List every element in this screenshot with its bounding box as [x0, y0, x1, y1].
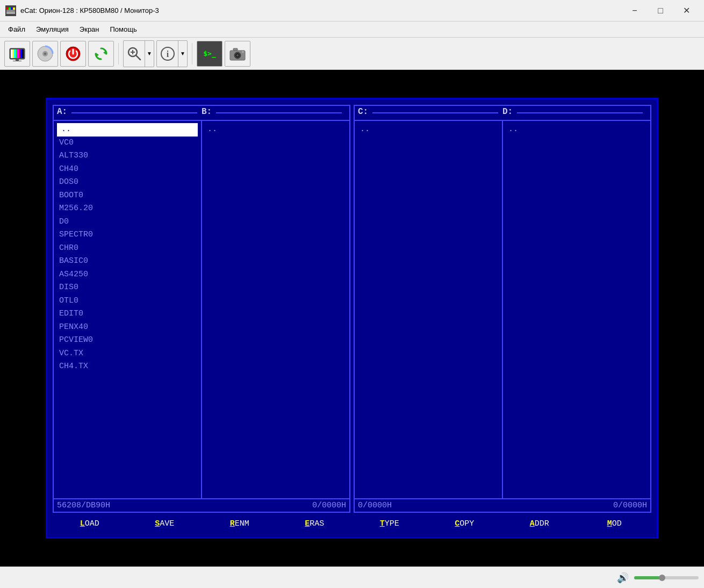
cmd-load[interactable]: LOAD [53, 516, 127, 532]
cmd-eras[interactable]: ERAS [278, 516, 352, 532]
menu-help[interactable]: Помощь [105, 23, 142, 35]
svg-rect-18 [13, 61, 21, 61]
svg-rect-16 [22, 49, 24, 58]
file-item[interactable]: VC.TX [57, 347, 198, 361]
file-item[interactable]: VC0 [57, 137, 198, 150]
file-item[interactable]: ALT330 [57, 149, 198, 163]
volume-slider[interactable] [634, 576, 699, 579]
file-item[interactable]: BOOT0 [57, 189, 198, 203]
cmd-addr[interactable]: ADDR [502, 516, 577, 532]
file-item[interactable]: CHR0 [57, 242, 198, 255]
file-item[interactable]: OTL0 [57, 295, 198, 308]
file-item[interactable]: SPECTR0 [57, 228, 198, 242]
close-button[interactable]: ✕ [674, 2, 699, 19]
file-item[interactable]: PCVIEW0 [57, 334, 198, 347]
svg-rect-3 [11, 8, 13, 10]
file-item[interactable]: AS4250 [57, 268, 198, 282]
svg-rect-9 [11, 49, 12, 58]
svg-rect-36 [233, 48, 238, 51]
cmd-save[interactable]: SAVE [128, 516, 202, 532]
svg-rect-14 [19, 49, 20, 58]
cmd-type[interactable]: TYPE [353, 516, 427, 532]
menu-screen[interactable]: Экран [74, 23, 105, 35]
camera-button[interactable] [225, 41, 250, 67]
panel-b: .. [202, 121, 349, 498]
svg-rect-1 [6, 8, 9, 10]
window-title: eCat: Орион-128 : КР580ВМ80 / Монитор-3 [20, 6, 622, 15]
file-item[interactable]: CH40 [57, 163, 198, 176]
panel-a-label: A: [57, 107, 67, 119]
svg-rect-2 [9, 8, 11, 10]
file-item[interactable]: EDIT0 [57, 307, 198, 321]
cmd-copy[interactable]: COPY [428, 516, 502, 532]
toolbar-separator-2 [192, 43, 192, 64]
zoom-arrow-button[interactable]: ▼ [145, 41, 154, 67]
volume-track [634, 576, 699, 579]
title-bar: eCat: Орион-128 : КР580ВМ80 / Монитор-3 … [0, 0, 704, 21]
panel-c: .. [355, 121, 503, 498]
svg-rect-15 [20, 49, 22, 58]
svg-rect-10 [12, 49, 14, 58]
panel-a-filelist: .. VC0 ALT330 CH40 DOS0 BOOT0 M256.20 D0… [57, 123, 198, 496]
svg-rect-13 [17, 49, 19, 58]
file-item[interactable]: D0 [57, 216, 198, 229]
power-button[interactable] [60, 41, 86, 67]
svg-rect-37 [242, 51, 244, 53]
toolbar-separator-1 [118, 43, 119, 64]
file-item[interactable]: .. [358, 123, 499, 137]
svg-line-27 [136, 55, 140, 60]
minimize-button[interactable]: − [622, 2, 647, 19]
svg-marker-25 [96, 53, 99, 57]
toolbar: ▼ i ▼ $>_ [0, 38, 704, 70]
disk-button[interactable] [32, 41, 58, 67]
svg-rect-11 [14, 49, 16, 58]
svg-rect-6 [6, 12, 15, 14]
main-area: A: B: .. VC0 ALT330 CH40 DOS0 B [0, 70, 704, 567]
maximize-button[interactable]: □ [648, 2, 673, 19]
file-item[interactable]: BASIC0 [57, 255, 198, 268]
file-item[interactable]: .. [506, 123, 647, 137]
window-controls: − □ ✕ [622, 2, 699, 19]
panel-d: .. [503, 121, 650, 498]
panel-b-label: B: [202, 107, 212, 119]
left-panels-row: .. VC0 ALT330 CH40 DOS0 BOOT0 M256.20 D0… [54, 121, 349, 498]
panel-a-status: 56208/DB90H [57, 501, 202, 510]
svg-rect-17 [16, 59, 19, 61]
info-arrow-button[interactable]: ▼ [178, 41, 187, 67]
terminal-button[interactable]: $>_ [197, 41, 222, 67]
right-panel-header: C: D: [355, 106, 650, 121]
file-item[interactable]: DOS0 [57, 176, 198, 189]
file-item[interactable]: DIS0 [57, 281, 198, 295]
svg-text:i: i [166, 49, 169, 59]
right-panel-group: C: D: .. .. [354, 105, 651, 513]
menu-file[interactable]: Файл [3, 23, 31, 35]
info-button-group: i ▼ [156, 40, 188, 67]
tv-button[interactable] [4, 41, 30, 67]
cmd-mod[interactable]: MOD [578, 516, 652, 532]
svg-point-21 [44, 53, 46, 55]
zoom-main-button[interactable] [124, 41, 145, 67]
file-item[interactable]: .. [205, 123, 346, 137]
info-main-button[interactable]: i [157, 41, 178, 67]
right-panels-row: .. .. [355, 121, 650, 498]
menu-emulation[interactable]: Эмуляция [31, 23, 74, 35]
zoom-button-group: ▼ [123, 40, 154, 67]
file-item[interactable]: CH4.TX [57, 360, 198, 374]
volume-thumb[interactable] [659, 575, 665, 581]
file-item[interactable]: M256.20 [57, 202, 198, 216]
svg-rect-4 [13, 8, 15, 10]
file-item[interactable]: .. [57, 123, 198, 137]
panel-d-label: D: [502, 107, 513, 119]
file-item[interactable]: PENX40 [57, 321, 198, 334]
status-bar: 🔊 [0, 567, 704, 588]
menu-bar: Файл Эмуляция Экран Помощь [0, 21, 704, 38]
emulator-screen: A: B: .. VC0 ALT330 CH40 DOS0 B [46, 98, 658, 539]
panels-area: A: B: .. VC0 ALT330 CH40 DOS0 B [53, 105, 651, 513]
cmd-renm[interactable]: RENM [203, 516, 277, 532]
refresh-button[interactable] [88, 41, 114, 67]
panel-c-status: 0/0000H [358, 501, 502, 510]
left-panel-header: A: B: [54, 106, 349, 121]
app-icon [5, 5, 16, 16]
svg-rect-5 [6, 10, 15, 12]
panel-d-status: 0/0000H [502, 501, 647, 510]
